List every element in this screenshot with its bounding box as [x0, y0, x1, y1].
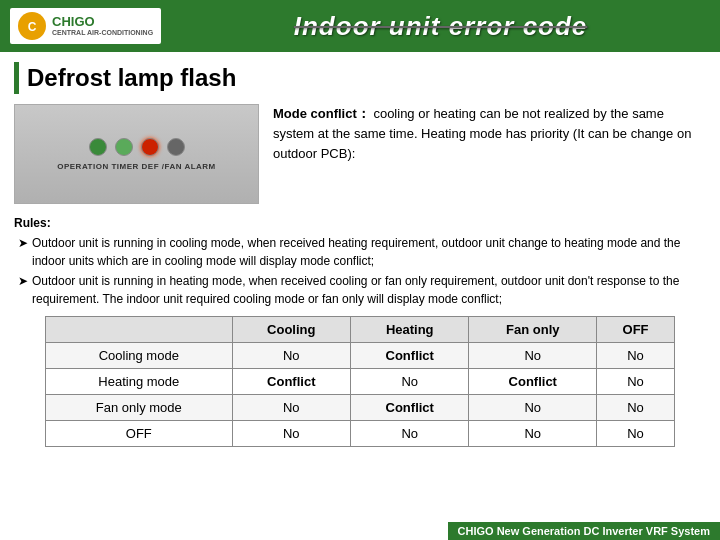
cell-off-cooling: No [232, 421, 350, 447]
conflict-table: Cooling Heating Fan only OFF Cooling mod… [45, 316, 675, 447]
header: C CHIGO CENTRAL AIR-CONDITIONING Indoor … [0, 0, 720, 52]
table-row: Heating mode Conflict No Conflict No [46, 369, 675, 395]
cell-off-fanonly: No [469, 421, 597, 447]
cell-heating-fanonly: Conflict [469, 369, 597, 395]
col-header-heating: Heating [351, 317, 469, 343]
col-header-fanonly: Fan only [469, 317, 597, 343]
footer: CHIGO New Generation DC Inverter VRF Sys… [448, 522, 720, 540]
cell-off-off: No [597, 421, 675, 447]
rule-text-1: Outdoor unit is running in cooling mode,… [32, 234, 706, 270]
table-row: Fan only mode No Conflict No No [46, 395, 675, 421]
bullet-1: ➤ [18, 234, 28, 270]
cell-cooling-off: No [597, 343, 675, 369]
cell-heating-heating: No [351, 369, 469, 395]
cell-cooling-fanonly: No [469, 343, 597, 369]
table-header-row: Cooling Heating Fan only OFF [46, 317, 675, 343]
rule-item-1: ➤ Outdoor unit is running in cooling mod… [14, 234, 706, 270]
light-red [141, 138, 159, 156]
light-green-2 [115, 138, 133, 156]
table-row: OFF No No No No [46, 421, 675, 447]
table-row: Cooling mode No Conflict No No [46, 343, 675, 369]
logo-icon: C [18, 12, 46, 40]
col-header-cooling: Cooling [232, 317, 350, 343]
footer-text: CHIGO New Generation DC Inverter VRF Sys… [458, 525, 710, 537]
device-panel: OPERATION TIMER DEF /FAN ALARM [15, 105, 258, 203]
cell-heating-cooling: Conflict [232, 369, 350, 395]
header-title: Indoor unit error code [171, 11, 710, 42]
svg-text:C: C [28, 20, 37, 34]
panel-lights [89, 138, 185, 156]
row-label-cooling: Cooling mode [46, 343, 233, 369]
cell-off-heating: No [351, 421, 469, 447]
logo-area: C CHIGO CENTRAL AIR-CONDITIONING [10, 8, 161, 44]
col-header-off: OFF [597, 317, 675, 343]
cell-cooling-cooling: No [232, 343, 350, 369]
device-image: OPERATION TIMER DEF /FAN ALARM [14, 104, 259, 204]
rule-text-2: Outdoor unit is running in heating mode,… [32, 272, 706, 308]
row-label-heating: Heating mode [46, 369, 233, 395]
accent-bar [14, 62, 19, 94]
rules-section: Rules: ➤ Outdoor unit is running in cool… [14, 214, 706, 308]
logo-subtitle: CENTRAL AIR-CONDITIONING [52, 29, 153, 37]
light-dark [167, 138, 185, 156]
logo-brand: CHIGO [52, 15, 153, 29]
mode-conflict-text: Mode conflict： cooling or heating can be… [273, 104, 706, 204]
cell-fanonly-heating: Conflict [351, 395, 469, 421]
light-green-1 [89, 138, 107, 156]
logo-text: CHIGO CENTRAL AIR-CONDITIONING [52, 15, 153, 37]
bullet-2: ➤ [18, 272, 28, 308]
content-section: OPERATION TIMER DEF /FAN ALARM Mode conf… [14, 104, 706, 204]
rules-title: Rules: [14, 214, 706, 232]
cell-cooling-heating: Conflict [351, 343, 469, 369]
panel-label: OPERATION TIMER DEF /FAN ALARM [57, 162, 216, 171]
main-content: Defrost lamp flash OPERATION TIMER DEF /… [0, 52, 720, 457]
page-title-row: Defrost lamp flash [14, 62, 706, 94]
cell-heating-off: No [597, 369, 675, 395]
page-title: Defrost lamp flash [27, 64, 236, 92]
row-label-fanonly: Fan only mode [46, 395, 233, 421]
rule-item-2: ➤ Outdoor unit is running in heating mod… [14, 272, 706, 308]
col-header-empty [46, 317, 233, 343]
cell-fanonly-cooling: No [232, 395, 350, 421]
cell-fanonly-off: No [597, 395, 675, 421]
cell-fanonly-fanonly: No [469, 395, 597, 421]
mode-conflict-heading: Mode conflict： [273, 106, 370, 121]
row-label-off: OFF [46, 421, 233, 447]
